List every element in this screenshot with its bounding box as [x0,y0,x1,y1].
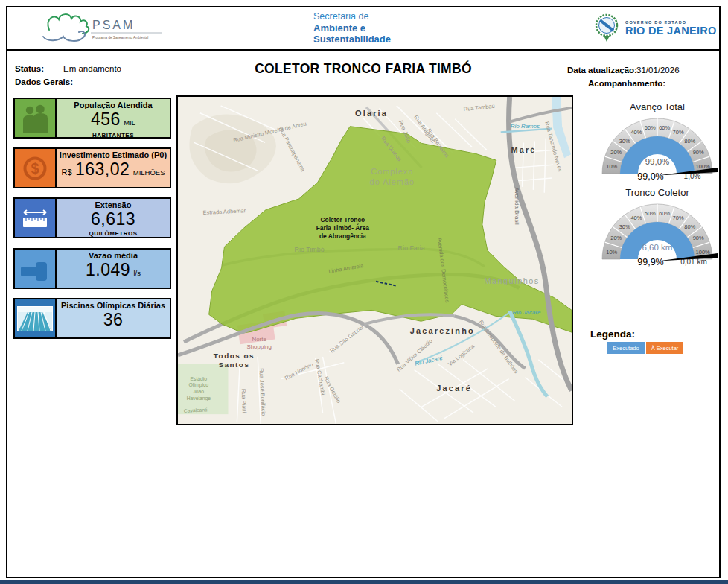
gauge-avanco-total: 10% 20% 30% 40% 50% 60% 70% 80% 90% 100%… [594,115,721,191]
card-value: 163,02 [75,159,130,179]
card-extensao: Extensão 6,613 QUILÔMETROS [13,197,171,238]
map-label: Estádio [191,376,208,381]
secretaria-line3: Sustentabilidade [313,34,391,45]
card-unit: QUILÔMETROS [57,230,170,237]
update-date-label: Data atualização: [567,66,637,74]
card-investimento: $ Investimento Estimado (P0) R$ 163,02 M… [13,147,171,188]
ruler-icon [15,199,57,237]
header: PSAM Programa de Saneamento Ambiental Se… [7,7,719,51]
svg-text:10%: 10% [606,249,617,256]
svg-text:30%: 30% [619,223,630,230]
svg-text:100%: 100% [696,249,711,256]
map-label: Norte [252,336,266,343]
map-label: Shopping [246,343,272,350]
map-label: Havelange [187,396,211,402]
gauge-executed-value: 99,0% [637,171,663,182]
gauge-tronco-coletor-title: Tronco Coletor [594,187,721,198]
psam-logo: PSAM Programa de Saneamento Ambiental [39,9,173,48]
dollar-icon: $ [15,149,57,187]
dados-gerais-label: Dados Gerais: [15,77,73,86]
map-label: Manguinhos [484,276,539,285]
map-canvas: OlariaRua Ministro Moreira de AbreuRua P… [178,97,572,424]
svg-text:80%: 80% [684,223,695,230]
svg-text:70%: 70% [673,129,684,136]
svg-text:40%: 40% [630,129,642,136]
card-piscinas: Piscinas Olímpicas Diárias 36 [13,298,171,339]
svg-text:80%: 80% [684,138,695,145]
map-label: Coletor Tronco [320,216,365,223]
card-value: 6,613 [91,209,135,229]
map-label: Maré [511,145,536,154]
svg-text:20%: 20% [610,149,622,156]
dashboard-page: PSAM Programa de Saneamento Ambiental Se… [6,6,721,578]
coverage-map[interactable]: OlariaRua Ministro Moreira de AbreuRua P… [176,95,573,425]
card-populacao-atendida: População Atendida 456 MIL HABITANTES [13,98,171,139]
map-label: Rio Timbó [295,246,325,253]
governo-text: GOVERNO DO ESTADO RIO DE JANEIRO [625,20,717,36]
map-label: Rio Jacaré [513,309,541,316]
family-icon [15,99,57,137]
map-label: Rio Faria [398,244,425,252]
svg-text:30%: 30% [619,138,630,145]
psam-logo-icon: PSAM Programa de Saneamento Ambiental [39,9,173,48]
card-prefix: R$ [61,168,71,177]
gauge-center-value: 6,60 km [642,243,673,252]
card-suffix: MILHÕES [133,168,165,177]
svg-text:90%: 90% [693,235,704,241]
card-value: 456 [91,110,121,129]
map-label: Todos os [214,352,255,360]
psam-subtitle: Programa de Saneamento Ambiental [92,36,148,39]
map-label: Rio Ramos [511,123,540,130]
map-label: Complexo [371,167,413,176]
card-value: 36 [103,310,124,329]
update-date-value: 31/01/2026 [636,66,680,74]
governo-rj-logo: GOVERNO DO ESTADO RIO DE JANEIRO [594,13,717,43]
svg-text:60%: 60% [659,210,670,217]
map-label: Olaria [355,109,388,118]
psam-name: PSAM [92,19,135,31]
svg-text:50%: 50% [645,124,656,131]
svg-text:10%: 10% [606,163,617,170]
card-suffix: MIL [124,118,135,127]
legend-a-executar-chip[interactable]: À Executar [646,342,683,354]
svg-text:70%: 70% [673,215,684,221]
acompanhamento-label: Acompanhamento: [588,79,665,88]
map-label: João [193,389,204,394]
svg-text:20%: 20% [610,235,622,241]
svg-text:50%: 50% [645,210,656,217]
card-suffix: l/s [134,269,141,277]
pipe-icon [15,250,57,288]
gauge-avanco-total-title: Avanço Total [594,101,721,112]
svg-text:40%: 40% [630,215,642,221]
governo-big: RIO DE JANEIRO [625,25,717,36]
legend-label: Legenda: [590,328,635,340]
map-label: Jacarezinho [410,326,475,335]
card-unit: HABITANTES [57,132,170,137]
secretaria-line2: Ambiente e [313,22,391,34]
gauge-tronco-coletor: 10% 20% 30% 40% 50% 60% 70% 80% 90% 100%… [594,201,721,277]
map-label: Olímpico [188,382,208,388]
gauge-center-value: 99,0% [645,157,670,166]
card-vazao-media: Vazão média 1.049 l/s [13,248,171,289]
pool-icon [15,299,57,337]
card-value: 1.049 [86,260,130,279]
bottom-bar [0,580,728,584]
gauge-executed-value: 99,9% [637,257,663,267]
map-label: Avenida Brasil [514,187,520,225]
map-label: Santos [218,361,249,369]
rj-crest-icon [594,13,621,43]
map-label: do Alemão [370,177,415,186]
map-label: Jacaré [436,384,472,393]
map-label: de Abrangência [319,232,366,240]
svg-text:60%: 60% [659,124,670,131]
svg-text:90%: 90% [693,149,704,156]
secretaria-logo-text: Secretaria de Ambiente e Sustentabilidad… [313,11,391,45]
secretaria-line1: Secretaria de [313,11,391,22]
legend-executado-chip[interactable]: Executado [607,342,645,354]
svg-text:100%: 100% [696,163,711,170]
map-label: Faria Timbó- Área [316,223,370,232]
svg-text:$: $ [31,160,39,177]
map-label: Rua Piauí [240,389,248,414]
